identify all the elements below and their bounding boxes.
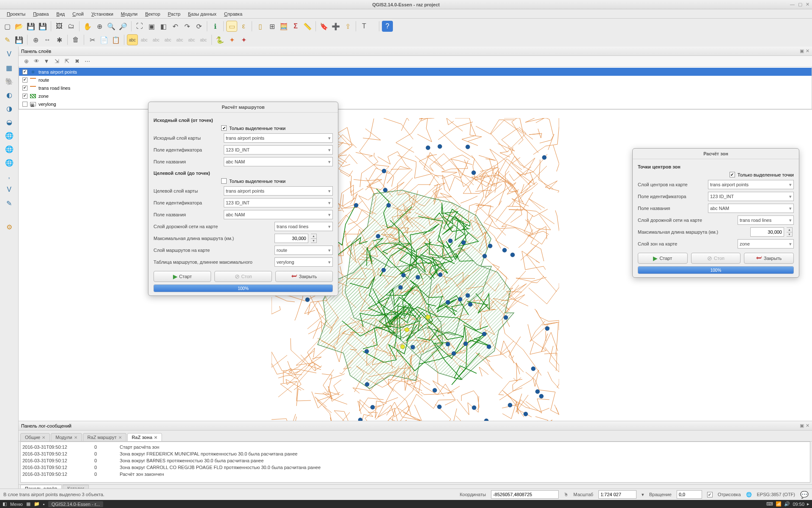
minimize-icon[interactable]: — bbox=[790, 2, 795, 7]
routes-dst-layer-select[interactable]: trans airport points▾ bbox=[224, 186, 333, 196]
layer-row-trans-airport-points[interactable]: ✔trans airport points bbox=[19, 68, 812, 76]
taskbar-term-icon[interactable]: ▪ bbox=[43, 502, 45, 507]
new-project-icon[interactable]: ▢ bbox=[2, 21, 13, 32]
routes-dst-only-selected-check[interactable] bbox=[221, 178, 227, 184]
rotation-input[interactable] bbox=[677, 490, 702, 499]
taskbar-lang-icon[interactable]: ⌨ bbox=[766, 501, 773, 507]
scale-lock-icon[interactable]: ▾ bbox=[642, 492, 644, 497]
deselect-icon[interactable]: ▯ bbox=[255, 21, 266, 32]
select-expression-icon[interactable]: ε bbox=[238, 21, 249, 32]
python-icon[interactable]: 🐍 bbox=[214, 34, 225, 45]
log-tab-close-icon[interactable]: ✕ bbox=[154, 435, 157, 440]
add-csv-icon[interactable]: , bbox=[3, 170, 15, 182]
add-virtual-icon[interactable]: V bbox=[3, 184, 15, 196]
menu-help[interactable]: Справка bbox=[221, 11, 246, 17]
add-feature-icon[interactable]: ⊕ bbox=[30, 34, 41, 45]
add-spatialite-icon[interactable]: ◐ bbox=[3, 89, 15, 101]
layer-options-icon[interactable]: ⋯ bbox=[83, 57, 91, 66]
routes-stop-button[interactable]: ⊘Стоп bbox=[214, 271, 272, 282]
routes-road-select[interactable]: trans road lines▾ bbox=[274, 222, 333, 231]
routes-close-button[interactable]: ⮨Закрыть bbox=[275, 271, 333, 282]
layer-row-verylong[interactable]: ⊞verylong bbox=[19, 100, 812, 108]
add-raster-icon[interactable]: ▦ bbox=[3, 62, 15, 74]
label-tool-1-icon[interactable]: abc bbox=[139, 34, 150, 45]
zones-out-select[interactable]: zone▾ bbox=[738, 239, 794, 248]
log-tab-close-icon[interactable]: ✕ bbox=[118, 435, 122, 440]
paste-icon[interactable]: 📋 bbox=[110, 34, 121, 45]
remove-icon[interactable]: ✖ bbox=[73, 57, 81, 66]
delete-icon[interactable]: 🗑 bbox=[70, 34, 81, 45]
maximize-icon[interactable]: ▢ bbox=[798, 2, 802, 7]
zoom-layer-icon[interactable]: ◧ bbox=[158, 21, 169, 32]
sigma-icon[interactable]: Σ bbox=[290, 21, 301, 32]
routes-src-id-select[interactable]: 123 ID_INT▾ bbox=[224, 145, 333, 155]
taskbar-tray-icon[interactable]: ▸ bbox=[807, 501, 809, 507]
layer-row-trans-road-lines[interactable]: ✔trans road lines bbox=[19, 84, 812, 92]
layer-list[interactable]: ✔trans airport points✔route✔trans road l… bbox=[19, 67, 812, 109]
taskbar-vol-icon[interactable]: 🔊 bbox=[784, 501, 790, 507]
menu-settings[interactable]: Установки bbox=[88, 11, 117, 17]
refresh-icon[interactable]: ⟳ bbox=[193, 21, 204, 32]
identify-icon[interactable]: ℹ bbox=[210, 21, 221, 32]
routes-long-select[interactable]: verylong▾ bbox=[274, 257, 333, 267]
zones-road-select[interactable]: trans road lines▾ bbox=[738, 215, 794, 225]
add-vector-icon[interactable]: V bbox=[3, 48, 15, 60]
zones-centers-select[interactable]: trans airport points▾ bbox=[708, 180, 794, 189]
layer-row-zone[interactable]: ✔zone bbox=[19, 92, 812, 100]
menu-layer[interactable]: Слой bbox=[69, 11, 87, 17]
menu-edit[interactable]: Правка bbox=[30, 11, 52, 17]
pan-icon[interactable]: ✋ bbox=[82, 21, 93, 32]
taskbar-qgis[interactable]: QGIS2.14.0-Essen - r... bbox=[48, 501, 103, 507]
messages-icon[interactable]: 💬 bbox=[800, 491, 809, 499]
add-wcs-icon[interactable]: 🌐 bbox=[3, 143, 15, 155]
zoom-last-icon[interactable]: ↶ bbox=[170, 21, 181, 32]
close-icon[interactable]: ✕ bbox=[806, 2, 809, 7]
add-wfs-icon[interactable]: 🌐 bbox=[3, 157, 15, 168]
composer-icon[interactable]: 🖼 bbox=[54, 21, 65, 32]
zones-dialog[interactable]: Расчёт зон Точки центров зон ✔Только выд… bbox=[632, 148, 799, 278]
taskbar-apps-icon[interactable]: ▦ bbox=[26, 501, 30, 507]
zones-maxlen-spinner[interactable]: ▲▼ bbox=[787, 227, 793, 237]
filter-icon[interactable]: ▼ bbox=[42, 57, 51, 66]
zones-name-select[interactable]: abc NAM▾ bbox=[708, 204, 794, 213]
menu-plugins[interactable]: Модули bbox=[118, 11, 141, 17]
plugin-1-icon[interactable]: ✦ bbox=[226, 34, 237, 45]
help-icon[interactable]: ? bbox=[382, 21, 393, 32]
zoom-selection-icon[interactable]: ▣ bbox=[146, 21, 157, 32]
add-oracle-icon[interactable]: ◒ bbox=[3, 116, 15, 128]
label-tool-6-icon[interactable]: abc bbox=[198, 34, 209, 45]
crs-icon[interactable]: 🌐 bbox=[746, 492, 752, 497]
expand-icon[interactable]: ⇲ bbox=[52, 57, 61, 66]
zoom-next-icon[interactable]: ↷ bbox=[181, 21, 192, 32]
zones-close-button[interactable]: ⮨Закрыть bbox=[744, 253, 794, 264]
log-tab-3[interactable]: RaZ зона✕ bbox=[127, 433, 162, 441]
routes-start-button[interactable]: ▶Старт bbox=[154, 271, 211, 282]
node-tool-icon[interactable]: ✱ bbox=[54, 34, 65, 45]
open-project-icon[interactable]: 📂 bbox=[14, 21, 25, 32]
start-menu-icon[interactable]: ◧ bbox=[3, 501, 7, 507]
add-postgis-icon[interactable]: 🐘 bbox=[3, 75, 15, 87]
log-undock-icon[interactable]: ▣ bbox=[800, 423, 804, 428]
log-tab-0[interactable]: Общие✕ bbox=[20, 433, 50, 441]
zones-only-selected-check[interactable]: ✔ bbox=[730, 172, 735, 177]
cut-icon[interactable]: ✂ bbox=[87, 34, 98, 45]
label-tool-3-icon[interactable]: abc bbox=[162, 34, 173, 45]
label-icon[interactable]: abc bbox=[127, 34, 138, 45]
field-calculator-icon[interactable]: 🧮 bbox=[278, 21, 289, 32]
taskbar-menu[interactable]: Меню bbox=[10, 502, 23, 507]
zoom-in-icon[interactable]: 🔍 bbox=[106, 21, 117, 32]
zones-maxlen-input[interactable] bbox=[750, 227, 784, 237]
zoom-out-icon[interactable]: 🔎 bbox=[118, 21, 129, 32]
zones-stop-button[interactable]: ⊘Стоп bbox=[691, 253, 741, 264]
collapse-icon[interactable]: ⇱ bbox=[63, 57, 71, 66]
export-icon[interactable]: ⇪ bbox=[342, 21, 353, 32]
routes-src-layer-select[interactable]: trans airport points▾ bbox=[224, 133, 333, 143]
attribute-table-icon[interactable]: ⊞ bbox=[266, 21, 277, 32]
panel-close-icon[interactable]: ✕ bbox=[806, 48, 809, 54]
routes-src-only-selected-check[interactable]: ✔ bbox=[221, 125, 227, 131]
label-tool-2-icon[interactable]: abc bbox=[151, 34, 162, 45]
menu-vector[interactable]: Вектор bbox=[142, 11, 164, 17]
measure-icon[interactable]: 📏 bbox=[302, 21, 313, 32]
routes-dialog[interactable]: Расчёт маршрутов Исходный слой (от точек… bbox=[148, 102, 338, 296]
routes-src-name-select[interactable]: abc NAM▾ bbox=[224, 157, 333, 166]
